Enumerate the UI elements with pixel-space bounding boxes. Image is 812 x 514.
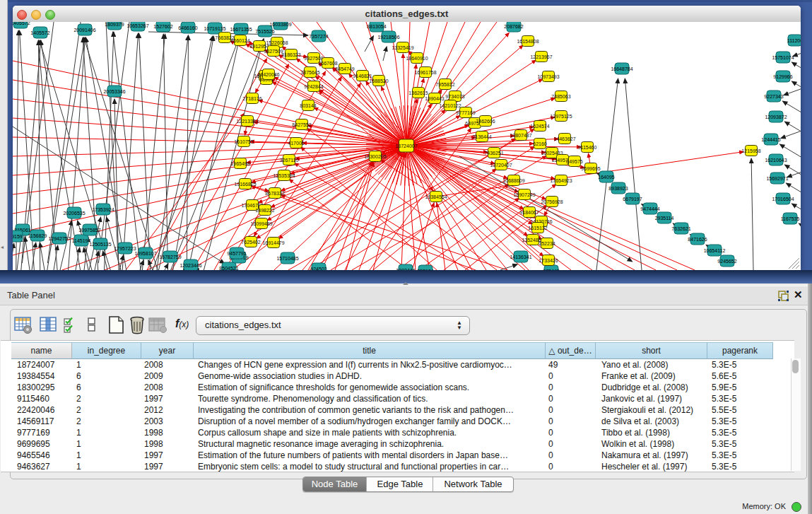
- svg-text:2667608: 2667608: [318, 61, 337, 66]
- svg-text:1965498: 1965498: [230, 161, 249, 166]
- svg-text:18640910: 18640910: [406, 56, 428, 61]
- svg-text:30975857: 30975857: [78, 228, 100, 233]
- svg-text:20091406: 20091406: [73, 28, 95, 33]
- svg-text:417006: 417006: [288, 141, 304, 146]
- svg-text:8678332: 8678332: [265, 191, 284, 196]
- svg-text:1156829: 1156829: [28, 233, 47, 238]
- svg-text:16782759: 16782759: [159, 255, 181, 259]
- svg-text:16914479: 16914479: [262, 240, 284, 245]
- svg-text:10653267: 10653267: [126, 23, 148, 28]
- svg-text:13720407: 13720407: [490, 163, 512, 168]
- svg-text:1809379: 1809379: [105, 22, 124, 27]
- svg-text:8938923: 8938923: [608, 186, 628, 191]
- svg-text:10807487: 10807487: [510, 133, 531, 138]
- svg-text:111206: 111206: [787, 38, 801, 43]
- svg-text:9474444: 9474444: [640, 206, 659, 211]
- svg-text:16154808: 16154808: [517, 39, 539, 44]
- svg-text:18300295: 18300295: [364, 154, 386, 159]
- svg-text:12942757: 12942757: [48, 236, 70, 241]
- svg-text:7357274: 7357274: [309, 34, 328, 39]
- svg-text:9146821: 9146821: [353, 74, 372, 78]
- svg-text:9115460: 9115460: [578, 145, 597, 150]
- svg-text:10719135: 10719135: [204, 26, 225, 31]
- svg-text:19384554: 19384554: [425, 194, 447, 199]
- svg-text:12213967: 12213967: [530, 54, 552, 59]
- svg-text:7955812: 7955812: [435, 82, 454, 87]
- svg-text:18724007: 18724007: [395, 144, 417, 148]
- svg-text:2718176: 2718176: [242, 96, 261, 101]
- svg-text:9242844: 9242844: [304, 84, 323, 89]
- svg-text:7632621: 7632621: [671, 226, 690, 231]
- svg-text:16210643: 16210643: [765, 158, 787, 163]
- svg-text:1244415: 1244415: [761, 137, 780, 142]
- svg-text:15692971: 15692971: [766, 176, 788, 181]
- svg-text:3875645: 3875645: [300, 70, 319, 75]
- svg-text:849575: 849575: [566, 159, 582, 164]
- svg-text:16099489: 16099489: [250, 221, 272, 226]
- svg-text:1527602: 1527602: [153, 24, 172, 29]
- svg-text:19166825: 19166825: [234, 182, 256, 187]
- svg-text:9227343: 9227343: [764, 94, 783, 99]
- svg-text:9734078: 9734078: [445, 94, 464, 99]
- svg-text:2136444: 2136444: [472, 134, 491, 139]
- svg-text:8427552: 8427552: [292, 122, 311, 127]
- svg-text:14210122: 14210122: [439, 103, 461, 108]
- svg-text:1215958: 1215958: [741, 148, 760, 153]
- svg-text:16648784: 16648784: [611, 66, 632, 71]
- svg-text:7462606: 7462606: [476, 119, 495, 124]
- svg-text:12213383: 12213383: [236, 119, 258, 124]
- svg-text:9245652: 9245652: [717, 259, 736, 264]
- svg-text:8186323: 8186323: [281, 52, 300, 57]
- svg-text:1498222: 1498222: [255, 208, 274, 213]
- svg-text:1405572: 1405572: [13, 22, 30, 25]
- svg-text:3267110: 3267110: [280, 158, 299, 163]
- svg-text:1145194: 1145194: [72, 238, 91, 243]
- svg-text:10973493: 10973493: [537, 74, 559, 79]
- svg-text:164095: 164095: [598, 175, 614, 180]
- svg-text:803144: 803144: [300, 103, 316, 108]
- svg-text:13325419: 13325419: [392, 45, 413, 50]
- svg-text:1615132: 1615132: [528, 226, 547, 230]
- svg-text:8471626: 8471626: [688, 237, 707, 242]
- svg-text:17353924: 17353924: [92, 207, 114, 212]
- svg-text:19218506: 19218506: [377, 35, 399, 40]
- svg-text:1610755: 1610755: [234, 139, 253, 144]
- svg-text:22420046: 22420046: [257, 72, 279, 77]
- svg-text:15751074: 15751074: [772, 55, 794, 60]
- svg-text:9129966: 9129966: [773, 74, 792, 79]
- svg-text:15226058: 15226058: [266, 40, 288, 45]
- svg-text:39159: 39159: [13, 234, 23, 239]
- svg-text:9184067: 9184067: [519, 210, 539, 215]
- svg-text:9457791: 9457791: [227, 251, 246, 256]
- svg-text:16671355: 16671355: [230, 27, 252, 32]
- svg-text:1624574: 1624574: [530, 124, 549, 129]
- svg-text:8454749: 8454749: [335, 66, 354, 71]
- svg-text:7436251: 7436251: [484, 151, 503, 156]
- svg-text:2935114: 2935114: [655, 216, 674, 221]
- svg-text:62160: 62160: [533, 141, 547, 146]
- svg-text:13535394: 13535394: [273, 173, 295, 178]
- svg-text:14136341: 14136341: [510, 255, 531, 259]
- svg-text:1733426: 1733426: [539, 258, 558, 263]
- svg-text:18907249: 18907249: [513, 192, 535, 197]
- svg-text:8813054: 8813054: [367, 24, 386, 29]
- svg-text:12975125: 12975125: [550, 114, 572, 119]
- svg-text:1362615: 1362615: [408, 90, 428, 95]
- svg-text:10688609: 10688609: [502, 178, 524, 183]
- svg-text:1405572: 1405572: [30, 30, 49, 35]
- svg-text:9327508: 9327508: [304, 56, 323, 61]
- svg-text:20756928: 20756928: [541, 199, 563, 204]
- svg-text:6466160: 6466160: [178, 25, 197, 30]
- svg-text:14463627: 14463627: [553, 136, 575, 141]
- svg-text:7625402: 7625402: [241, 240, 260, 245]
- svg-text:12093872: 12093872: [765, 115, 787, 119]
- svg-text:1588520: 1588520: [369, 78, 388, 83]
- svg-text:15710485: 15710485: [276, 256, 298, 261]
- svg-text:16033809: 16033809: [269, 22, 291, 27]
- svg-text:1167535: 1167535: [781, 216, 800, 221]
- svg-text:7515526: 7515526: [255, 29, 274, 34]
- svg-text:17957223: 17957223: [114, 246, 136, 251]
- svg-text:6679197: 6679197: [623, 197, 642, 201]
- svg-text:9777169: 9777169: [456, 110, 475, 115]
- svg-text:9699695: 9699695: [581, 166, 600, 171]
